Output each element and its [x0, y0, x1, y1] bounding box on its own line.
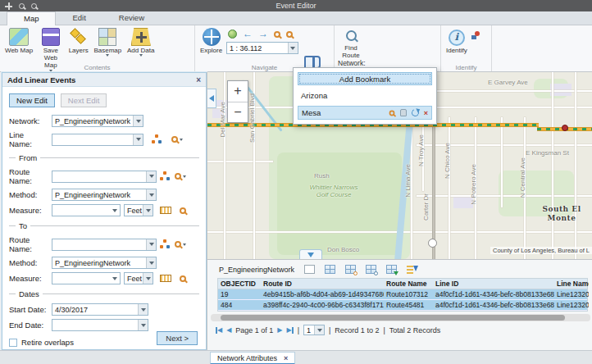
measure-on-map-icon[interactable] — [160, 275, 171, 282]
tab-edit[interactable]: Edit — [56, 11, 102, 25]
table-row[interactable]: 484 a398ff4c-2940-4c00-96b6-c6343f8f1711… — [218, 300, 587, 311]
tab-map[interactable]: Map — [7, 11, 56, 25]
select-line-on-map-icon[interactable] — [152, 134, 162, 144]
panel-title: Add Linear Events — [7, 75, 75, 84]
line-name-row: Line Name: — [9, 130, 199, 148]
to-unit-select[interactable]: Feet — [124, 272, 153, 284]
basemap-button[interactable]: Basemap — [92, 28, 123, 57]
from-route-name-select[interactable] — [52, 171, 157, 183]
flag-location-icon[interactable] — [471, 31, 480, 39]
show-table-icon[interactable] — [325, 265, 335, 274]
pan-to-selected-icon[interactable] — [366, 265, 376, 274]
layers-icon — [70, 28, 88, 46]
dropdown-caret — [146, 171, 156, 182]
from-measure-row: Measure: Feet — [9, 204, 199, 216]
add-data-button[interactable]: Add Data — [125, 28, 156, 57]
to-measure-combo[interactable] — [52, 272, 121, 284]
map-zoom-in-button[interactable]: + — [228, 81, 248, 102]
close-icon[interactable]: × — [284, 354, 288, 362]
dropdown-caret — [146, 257, 156, 268]
magnifier-icon — [175, 173, 181, 180]
start-date-select[interactable]: 4/30/2017 — [52, 303, 148, 316]
update-bookmark-icon[interactable] — [410, 108, 420, 118]
identify-button[interactable]: i Identify — [444, 28, 469, 54]
from-unit-select[interactable]: Feet — [124, 204, 153, 216]
from-method-select[interactable]: P_EngineeringNetwork — [52, 189, 157, 201]
separator: | — [383, 326, 385, 334]
zoom-in-tool-icon[interactable] — [274, 31, 280, 38]
from-method-row: Method: P_EngineeringNetwork — [9, 189, 199, 201]
dropdown-caret — [288, 43, 298, 53]
close-icon[interactable]: × — [196, 75, 201, 84]
end-date-select[interactable] — [52, 319, 148, 331]
network-select[interactable]: P_EngineeringNetwork — [52, 115, 143, 127]
bottom-tab-bar: Network Attributes × — [0, 350, 592, 364]
sort-records-icon[interactable] — [407, 265, 413, 274]
add-bookmark-button[interactable]: Add Bookmark — [298, 72, 432, 85]
explore-icon — [203, 28, 221, 46]
to-route-name-select[interactable] — [52, 239, 157, 251]
column-header[interactable]: Line Name — [554, 280, 589, 288]
column-header[interactable]: Line ID — [433, 280, 554, 288]
line-name-select[interactable] — [52, 134, 143, 146]
zoom-to-line-button[interactable] — [171, 136, 183, 143]
previous-extent-icon[interactable]: ← — [243, 30, 253, 39]
next-extent-icon[interactable]: → — [258, 30, 268, 39]
table-row[interactable]: 19 4eb9415b-af6b-4d04-ab69-1d493476802b … — [218, 289, 587, 300]
zoom-to-route-button[interactable] — [175, 241, 186, 248]
full-extent-icon[interactable] — [228, 30, 237, 39]
remove-bookmark-icon[interactable]: × — [424, 109, 428, 117]
horizontal-scrollbar[interactable] — [211, 314, 590, 321]
bookmark-item-mesa[interactable]: Mesa × — [298, 106, 432, 120]
zoom-out-tool-icon[interactable] — [286, 31, 293, 38]
to-method-select[interactable]: P_EngineeringNetwork — [52, 257, 157, 269]
separator: | — [298, 326, 299, 334]
collapse-panel-tab[interactable] — [207, 89, 216, 108]
zoom-to-measure-icon[interactable] — [180, 275, 186, 282]
scrollbar-thumb[interactable] — [221, 315, 565, 321]
find-route-button[interactable]: Find Route — [338, 28, 364, 59]
chevron-down-icon — [307, 253, 314, 257]
map-road — [575, 72, 576, 259]
combo-caret — [112, 277, 117, 280]
next-button[interactable]: Next > — [157, 331, 198, 345]
zoom-to-bookmark-icon[interactable] — [389, 110, 394, 116]
web-map-button[interactable]: Web Map — [3, 28, 34, 54]
zoom-to-route-button[interactable] — [175, 173, 186, 180]
page-select[interactable]: 1 — [303, 325, 325, 335]
start-date-row: Start Date: 4/30/2017 — [9, 303, 199, 316]
switch-selection-icon[interactable] — [386, 265, 397, 274]
explore-button[interactable]: Explore — [198, 28, 224, 54]
previous-page-button[interactable]: ◀ — [226, 326, 231, 334]
map-road — [224, 72, 225, 259]
zoom-to-measure-icon[interactable] — [180, 207, 186, 214]
select-route-on-map-icon[interactable] — [160, 171, 170, 181]
select-route-on-map-icon[interactable] — [160, 239, 170, 249]
panel-body: New Edit Next Edit Network: P_Engineerin… — [2, 87, 206, 350]
pan-to-bookmark-icon[interactable] — [400, 109, 407, 116]
map-zoom-out-button[interactable]: − — [228, 102, 248, 122]
bookmarks-popup: Add Bookmark Arizona Mesa × — [293, 67, 437, 125]
zoom-to-selected-icon[interactable] — [345, 265, 356, 274]
column-header[interactable]: OBJECTID — [218, 280, 261, 288]
collapse-table-tab[interactable] — [299, 249, 322, 259]
first-page-button[interactable]: ◀ — [216, 326, 222, 334]
next-page-button[interactable]: ▶ — [277, 326, 282, 334]
layers-button[interactable]: Layers — [67, 28, 90, 54]
add-linear-events-panel: Add Linear Events × New Edit Next Edit N… — [2, 72, 207, 350]
column-header[interactable]: Route Name — [384, 280, 433, 288]
next-edit-button[interactable]: Next Edit — [61, 93, 107, 107]
identify-icon: i — [449, 30, 465, 46]
tab-network-attributes[interactable]: Network Attributes × — [210, 352, 295, 364]
group-label-identify: Identify — [441, 64, 491, 71]
measure-on-map-icon[interactable] — [160, 207, 171, 214]
column-header[interactable]: Route ID — [261, 280, 384, 288]
from-measure-combo[interactable] — [52, 204, 121, 216]
bookmark-item-arizona[interactable]: Arizona — [298, 89, 432, 102]
new-edit-button[interactable]: New Edit — [9, 93, 55, 107]
scale-select[interactable]: 1 : 36.112 — [226, 42, 298, 54]
retire-overlaps-checkbox[interactable] — [9, 339, 17, 347]
tab-review[interactable]: Review — [102, 11, 161, 25]
select-records-icon[interactable] — [304, 265, 315, 274]
last-page-button[interactable]: ▶ — [287, 326, 294, 334]
